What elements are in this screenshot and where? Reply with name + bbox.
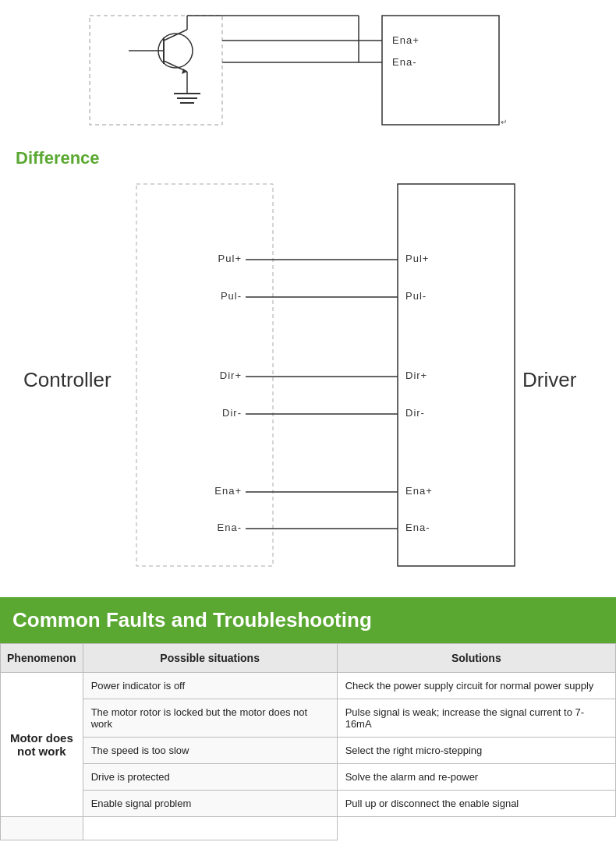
svg-text:Pul+: Pul+ [218,253,242,264]
situation-cell: Enable signal problem [83,791,337,817]
svg-text:Dir-: Dir- [222,407,242,419]
solution-cell: Solve the alarm and re-power [337,764,615,791]
situation-cell: The motor rotor is locked but the motor … [83,699,337,738]
phenomenon-cell: Motor doesnot work [1,673,83,817]
table-row-partial [1,817,616,840]
svg-rect-24 [136,184,273,566]
solution-cell: Pulse signal is weak; increase the signa… [337,699,615,738]
solution-cell-partial [83,817,337,840]
col-phenomenon: Phenomenon [1,644,83,673]
top-diagram-svg: Ena+ Ena- ↵ [82,8,534,133]
situation-cell: Power indicator is off [83,673,337,699]
svg-text:Ena-: Ena- [218,522,242,533]
svg-text:Ena+: Ena+ [405,485,433,497]
fault-table: Phenomenon Possible situations Solutions… [0,643,616,840]
top-diagram: Ena+ Ena- ↵ [16,8,600,133]
svg-text:Dir-: Dir- [405,407,425,419]
svg-text:Ena-: Ena- [405,522,430,533]
svg-text:Ena-: Ena- [392,56,416,68]
situation-cell-partial [1,817,83,840]
table-row: The speed is too slow Select the right m… [1,738,616,764]
col-solutions: Solutions [337,644,615,673]
svg-text:Driver: Driver [522,368,577,391]
situation-cell: The speed is too slow [83,738,337,764]
table-row: Drive is protected Solve the alarm and r… [1,764,616,791]
svg-text:Controller: Controller [23,368,112,391]
svg-rect-0 [90,16,222,125]
top-diagram-section: Ena+ Ena- ↵ [0,0,616,133]
svg-text:↵: ↵ [501,118,507,126]
difference-title: Difference [16,148,600,168]
table-header: Common Faults and Troubleshooting [0,597,616,643]
difference-section: Difference Controller Driver Pul+ Pul+ P… [0,140,616,589]
svg-rect-18 [382,16,499,125]
main-diagram: Controller Driver Pul+ Pul+ Pul- Pul- Di… [16,176,600,582]
solution-cell: Check the power supply circuit for norma… [337,673,615,699]
svg-text:Pul-: Pul- [221,290,242,302]
svg-text:Dir+: Dir+ [405,370,427,381]
table-row: Motor doesnot work Power indicator is of… [1,673,616,699]
svg-text:Ena+: Ena+ [392,34,420,46]
main-diagram-svg: Controller Driver Pul+ Pul+ Pul- Pul- Di… [16,176,600,582]
table-row: The motor rotor is locked but the motor … [1,699,616,738]
solution-cell: Select the right micro-stepping [337,738,615,764]
svg-text:Pul-: Pul- [405,290,427,302]
table-row: Enable signal problem Pull up or disconn… [1,791,616,817]
solution-cell: Pull up or disconnect the enable signal [337,791,615,817]
svg-text:Pul+: Pul+ [405,253,429,264]
table-section: Common Faults and Troubleshooting Phenom… [0,597,616,840]
svg-text:Ena+: Ena+ [214,485,242,497]
svg-text:Dir+: Dir+ [220,370,242,381]
situation-cell: Drive is protected [83,764,337,791]
col-situations: Possible situations [83,644,337,673]
